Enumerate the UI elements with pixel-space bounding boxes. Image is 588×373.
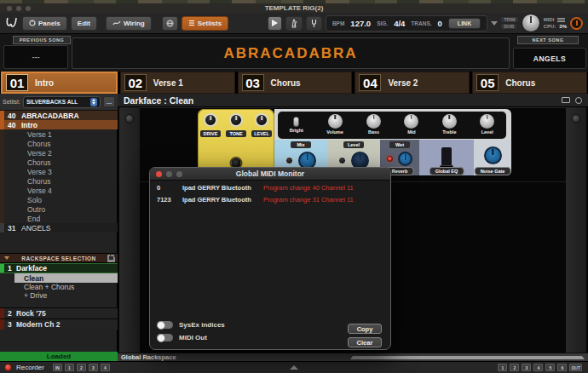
trim-button[interactable]: TRIM <box>501 17 517 22</box>
mid-control[interactable]: Mid <box>404 114 418 135</box>
recorder-track-button[interactable]: 4 <box>101 364 110 371</box>
midi-cpu-indicators: MIDI CPU: 3% <box>544 17 567 29</box>
bright-switch[interactable] <box>293 117 299 127</box>
wiring-button[interactable]: Wiring <box>106 16 152 31</box>
channel-button[interactable]: 6 <box>557 364 567 371</box>
collapse-arrow-icon[interactable] <box>4 256 9 260</box>
setlist-more-button[interactable]: … <box>103 96 115 107</box>
record-indicator-icon[interactable] <box>4 364 12 371</box>
mid-knob[interactable] <box>404 114 418 129</box>
variation-item-clean-chorus[interactable]: Clean + Chorus <box>0 283 118 291</box>
recorder-track-button[interactable]: 3 <box>89 364 98 371</box>
link-button[interactable]: LINK <box>448 18 481 29</box>
channel-button[interactable]: 5 <box>545 364 555 371</box>
dub-button[interactable]: DUB <box>501 24 516 29</box>
filter-icon[interactable] <box>491 21 498 26</box>
song-part-item[interactable]: Chorus <box>0 158 118 167</box>
play-button[interactable] <box>268 16 282 31</box>
lock-icon[interactable] <box>107 255 115 262</box>
mix-small-knob[interactable] <box>285 157 293 164</box>
amp-level-knob[interactable] <box>480 114 494 129</box>
reverb-knob[interactable] <box>398 152 412 166</box>
bpm-value[interactable]: 127.0 <box>350 19 371 28</box>
song-part-item[interactable]: Chorus <box>0 176 118 186</box>
panels-button[interactable]: Panels <box>22 16 67 31</box>
zoom-icon[interactable] <box>176 171 182 177</box>
window-titlebar[interactable]: TEMPLATE RIG(2) <box>0 3 588 13</box>
panic-button[interactable] <box>570 17 583 30</box>
song-part-item[interactable]: End <box>0 214 118 223</box>
rack-rail-right <box>566 107 586 353</box>
song-part-tab-verse1[interactable]: 02 Verse 1 <box>120 72 235 94</box>
sysex-toggle[interactable] <box>157 321 173 329</box>
song-part-item[interactable]: Verse 1 <box>0 129 118 139</box>
song-part-item[interactable]: Outro <box>0 204 118 214</box>
clear-button[interactable]: Clear <box>348 337 382 347</box>
song-part-tab-intro[interactable]: 01 Intro <box>1 72 118 94</box>
global-rackspace-bar[interactable]: Global Rackspace <box>118 353 588 361</box>
song-item-angels[interactable]: 31 ANGELS <box>0 223 118 232</box>
song-item-abracadabra[interactable]: 40 ABRACADABRA <box>0 111 118 120</box>
song-part-item[interactable]: Solo <box>0 195 118 204</box>
bass-control[interactable]: Bass <box>366 114 381 135</box>
volume-control[interactable]: Volume <box>326 114 343 135</box>
recorder-track-button[interactable]: 1 <box>65 364 74 371</box>
midi-out-toggle[interactable] <box>157 334 173 341</box>
level-knob[interactable] <box>255 113 268 127</box>
level-small-knob[interactable] <box>338 157 346 164</box>
tuner-button[interactable] <box>306 16 322 31</box>
globe-button[interactable] <box>162 16 178 31</box>
expand-panel-icon[interactable] <box>290 365 298 370</box>
expand-up-icon[interactable] <box>350 356 585 359</box>
edit-button[interactable]: Edit <box>71 16 97 31</box>
panel-view-icon[interactable] <box>562 97 570 103</box>
song-part-item[interactable]: Verse 2 <box>0 148 118 158</box>
next-song-box[interactable]: ANGELS <box>513 48 586 69</box>
channel-button[interactable]: 4 <box>533 364 543 371</box>
rackspace-item-rock75[interactable]: 2 Rock '75 <box>0 307 118 318</box>
volume-knob[interactable] <box>328 114 343 129</box>
treble-knob[interactable] <box>442 114 457 129</box>
dialog-window-controls[interactable] <box>156 171 182 177</box>
bright-control[interactable]: Bright <box>290 114 303 133</box>
noise-gate-knob[interactable] <box>484 146 502 164</box>
back-view-icon[interactable] <box>575 97 582 104</box>
rackspace-selection-header[interactable]: RACKSPACE SELECTION <box>0 253 118 263</box>
song-part-tab-chorus1[interactable]: 03 Chorus <box>238 72 353 94</box>
previous-song-box[interactable]: --- <box>3 45 68 69</box>
tone-knob[interactable] <box>229 113 243 127</box>
trans-value[interactable]: 0 <box>438 19 442 28</box>
rackspace-item-darkface[interactable]: 1 Darkface <box>0 263 118 273</box>
channel-button[interactable]: 1 <box>498 364 507 371</box>
song-part-item-intro[interactable]: 40 Intro <box>0 120 118 129</box>
channel-button[interactable]: 2 <box>510 364 519 371</box>
minimize-icon[interactable] <box>166 171 172 177</box>
close-icon[interactable] <box>156 171 162 177</box>
channel-button[interactable]: 3 <box>522 364 531 371</box>
drive-knob[interactable] <box>204 113 217 127</box>
song-part-tab-chorus2[interactable]: 05 Chorus <box>472 72 587 94</box>
level-control[interactable]: Level <box>480 114 494 135</box>
recorder-track-button[interactable]: 2 <box>77 364 86 371</box>
bass-knob[interactable] <box>366 114 381 129</box>
volume-label: Volume <box>326 129 343 135</box>
variation-item-clean[interactable]: Clean <box>14 273 118 283</box>
master-volume-knob[interactable] <box>522 14 540 32</box>
song-part-item[interactable]: Verse 3 <box>0 167 118 176</box>
recorder-input-button[interactable]: IN <box>53 364 62 371</box>
setlists-button[interactable]: Setlists <box>182 16 228 31</box>
setlist-dropdown[interactable]: SILVERBACKS ALL <box>23 96 101 108</box>
copy-button[interactable]: Copy <box>348 324 382 334</box>
part-label: Verse 2 <box>388 78 418 88</box>
sig-value[interactable]: 4/4 <box>394 19 405 28</box>
song-part-item[interactable]: Verse 4 <box>0 186 118 195</box>
metronome-button[interactable] <box>285 16 303 31</box>
dialog-titlebar[interactable]: Global MIDI Monitor <box>150 168 390 181</box>
song-part-tab-verse2[interactable]: 04 Verse 2 <box>355 72 470 94</box>
treble-control[interactable]: Treble <box>442 114 457 135</box>
out-button[interactable]: OUT <box>569 364 582 371</box>
rackspace-item-modern-ch2[interactable]: 3 Modern Ch 2 <box>0 318 118 330</box>
midi-event-row: 7123 Ipad GERRY Bluetooth Program change… <box>150 195 390 204</box>
song-part-item[interactable]: Chorus <box>0 139 118 148</box>
variation-item-drive[interactable]: + Drive <box>0 291 118 300</box>
